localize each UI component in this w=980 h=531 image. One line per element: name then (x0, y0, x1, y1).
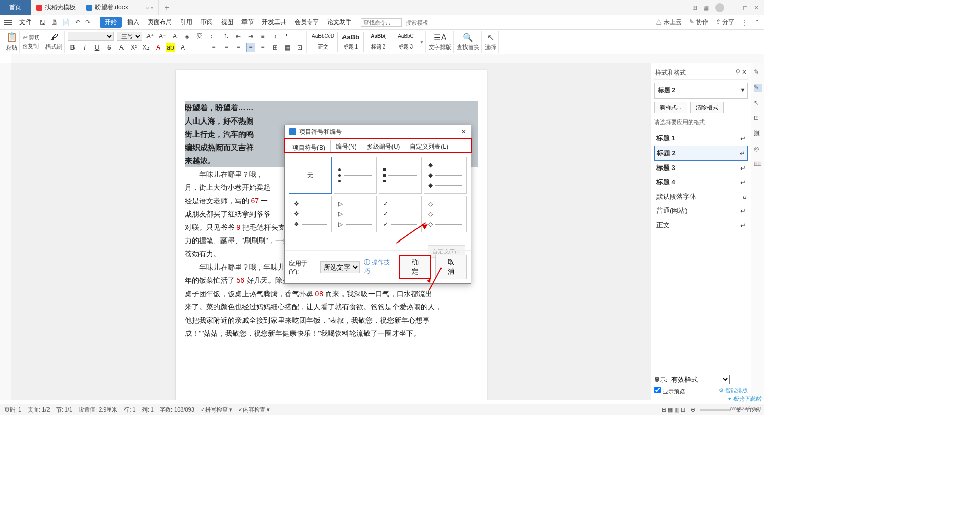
line-spacing[interactable]: ≡ (258, 32, 267, 41)
bullet-option[interactable]: ❖❖❖ (289, 196, 332, 232)
vtool-item[interactable]: 📖 (754, 160, 762, 168)
pin-icon[interactable]: ⚲ (736, 68, 740, 76)
show-select[interactable]: 有效样式 (669, 375, 730, 384)
maximize-icon[interactable]: ◻ (743, 4, 748, 11)
more-icon[interactable]: ⋮ (742, 19, 748, 26)
menu-insert[interactable]: 插入 (124, 18, 142, 27)
status-page[interactable]: 页码: 1 (4, 406, 21, 414)
ruler-horizontal[interactable] (11, 54, 764, 63)
cut-button[interactable]: ✂ 剪切 (23, 34, 40, 41)
style-h3[interactable]: AaBbC标题 3 (393, 32, 419, 52)
search-template[interactable] (404, 19, 439, 26)
new-style-button[interactable]: 新样式... (654, 102, 687, 113)
zoom-out[interactable]: ⊖ (691, 406, 695, 413)
align-justify[interactable]: ≡ (246, 43, 255, 52)
fmt-icon[interactable]: 🖌 (50, 33, 58, 42)
avatar-icon[interactable] (715, 3, 724, 12)
bullet-option[interactable] (334, 157, 377, 194)
style-item[interactable]: 标题 3↵ (654, 161, 748, 175)
collab-button[interactable]: ✎ 协作 (689, 18, 708, 27)
indent-dec[interactable]: ⇤ (234, 32, 243, 41)
copy-button[interactable]: ⎘ 复制 (23, 42, 39, 50)
align-left[interactable]: ≡ (209, 43, 218, 52)
paste-icon[interactable]: 📋 (6, 32, 17, 43)
status-content[interactable]: ✓内容检查 ▾ (238, 406, 270, 414)
status-pos[interactable]: 设置值: 2.9厘米 (79, 406, 117, 414)
bullet-option[interactable]: ▷▷▷ (334, 196, 377, 232)
bullet-option[interactable]: ✓✓✓ (379, 196, 422, 232)
shrink-font[interactable]: A⁻ (158, 32, 167, 41)
clear-fmt[interactable]: ◈ (182, 32, 191, 41)
status-words[interactable]: 字数: 108/893 (160, 406, 194, 414)
tab-templates[interactable]: 找稻壳模板 (31, 0, 81, 15)
bullets-button[interactable]: ≔ (209, 32, 218, 41)
vtool-item[interactable]: ⊡ (754, 114, 762, 123)
ruler-vertical[interactable] (0, 63, 11, 400)
char-scale[interactable]: A (170, 32, 179, 41)
panel-close-icon[interactable]: ✕ (742, 68, 747, 76)
tabs-button[interactable]: ⊞ (271, 43, 280, 52)
current-style[interactable]: 标题 2▾ (654, 83, 748, 99)
view-mode[interactable]: ⊞ ▦ ▥ ⊡ (662, 406, 685, 413)
menu-chapter[interactable]: 章节 (238, 18, 257, 27)
borders-button[interactable]: ⊡ (295, 43, 304, 52)
vtool-item[interactable]: ✎ (754, 68, 762, 77)
share-button[interactable]: ⇪ 分享 (716, 18, 734, 27)
italic-button[interactable]: I (80, 43, 89, 52)
font-size[interactable]: 三号 (117, 32, 142, 41)
phonetic[interactable]: 变 (194, 32, 204, 41)
numbering-button[interactable]: ⒈ (222, 32, 231, 41)
search-command[interactable] (361, 18, 402, 27)
bullet-option[interactable]: ◆◆◆ (424, 157, 467, 194)
font-family[interactable] (68, 32, 114, 41)
char-border[interactable]: A (178, 43, 187, 52)
style-item[interactable]: 标题 1↵ (654, 131, 748, 146)
status-pages[interactable]: 页面: 1/2 (28, 406, 50, 414)
tips-link[interactable]: ⓘ 操作技巧 (364, 258, 395, 276)
cloud-status[interactable]: △ 未上云 (656, 18, 682, 27)
tab-home[interactable]: 首页 (0, 0, 31, 15)
menu-ref[interactable]: 引用 (177, 18, 195, 27)
textlayout-icon[interactable]: ☰A (434, 33, 447, 42)
select-icon[interactable]: ↖ (487, 33, 494, 42)
shading-button[interactable]: ▦ (283, 43, 292, 52)
status-section[interactable]: 节: 1/1 (56, 406, 72, 414)
grow-font[interactable]: A⁺ (145, 32, 155, 41)
highlight-color[interactable]: ab (166, 43, 175, 52)
bold-button[interactable]: B (68, 43, 77, 52)
super-button[interactable]: X² (129, 43, 138, 52)
menu-view[interactable]: 视图 (218, 18, 236, 27)
format-painter[interactable]: 格式刷 (45, 43, 62, 51)
smart-layout[interactable]: ⚙ 智能排版 (719, 387, 748, 395)
dialog-tab-multilevel[interactable]: 多级编号(U) (362, 139, 405, 152)
select-button[interactable]: 选择 (485, 43, 496, 51)
find-icon[interactable]: 🔍 (463, 33, 473, 42)
textlayout-button[interactable]: 文字排版 (429, 43, 451, 51)
apps-icon[interactable]: ▦ (703, 4, 709, 11)
vtool-item[interactable]: ✎ (754, 84, 762, 92)
dialog-close-icon[interactable]: ✕ (461, 128, 467, 135)
expand-icon[interactable]: ⌃ (755, 19, 760, 26)
bullet-option[interactable] (379, 157, 422, 194)
emphasis-button[interactable]: A (117, 43, 126, 52)
vtool-item[interactable]: ◎ (754, 145, 762, 153)
redo-icon[interactable]: ↷ (85, 19, 90, 26)
menu-review[interactable]: 审阅 (198, 18, 216, 27)
vtool-item[interactable]: 🖼 (754, 130, 762, 138)
style-item[interactable]: 普通(网站)↵ (654, 204, 748, 218)
style-h2[interactable]: AaBb(标题 2 (365, 32, 391, 52)
sort-button[interactable]: ↕ (271, 32, 280, 41)
style-normal[interactable]: AaBbCcD正文 (310, 32, 336, 52)
dialog-tab-bullets[interactable]: 项目符号(B) (287, 140, 331, 152)
tab-add[interactable]: + (159, 3, 176, 12)
status-row[interactable]: 行: 1 (124, 406, 135, 414)
dialog-tab-numbering[interactable]: 编号(N) (331, 139, 362, 152)
menu-file[interactable]: 文件 (16, 18, 35, 27)
align-dist[interactable]: ≡ (258, 43, 267, 52)
dialog-tab-custom[interactable]: 自定义列表(L) (405, 139, 453, 152)
tab-document[interactable]: 盼望着.docx○ ▾ (81, 0, 159, 15)
clear-format-button[interactable]: 清除格式 (690, 102, 724, 113)
menu-layout[interactable]: 页面布局 (144, 18, 175, 27)
style-item[interactable]: 标题 4↵ (654, 175, 748, 189)
underline-button[interactable]: U (92, 43, 102, 52)
